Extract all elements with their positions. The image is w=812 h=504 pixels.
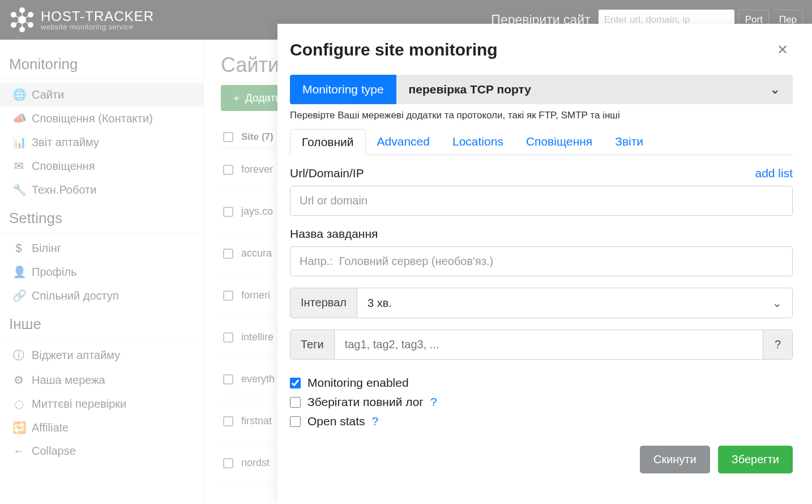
monitoring-type-value: перевірка TCP порту <box>409 83 531 96</box>
save-button[interactable]: Зберегти <box>718 446 793 473</box>
modal-tabs: Головний Advanced Locations Сповіщення З… <box>290 129 793 155</box>
tab-main[interactable]: Головний <box>290 129 366 155</box>
tags-help-button[interactable]: ? <box>763 330 793 360</box>
reset-button[interactable]: Скинути <box>640 446 710 473</box>
open-stats-label: Open stats <box>307 415 365 428</box>
full-log-checkbox[interactable] <box>290 397 301 408</box>
configure-monitoring-modal: Configure site monitoring ✕ Monitoring t… <box>277 24 812 504</box>
tags-input[interactable] <box>345 338 753 351</box>
tab-advanced[interactable]: Advanced <box>366 129 441 155</box>
monitoring-enabled-label: Monitoring enabled <box>307 376 409 390</box>
add-list-link[interactable]: add list <box>755 166 793 180</box>
tab-locations[interactable]: Locations <box>441 129 515 155</box>
full-log-label: Зберігати повний лог <box>307 395 424 409</box>
help-icon[interactable]: ? <box>430 395 437 409</box>
chevron-down-icon: ⌄ <box>772 296 782 310</box>
help-icon[interactable]: ? <box>372 415 379 428</box>
open-stats-checkbox[interactable] <box>290 416 301 427</box>
chevron-down-icon: ⌄ <box>770 83 780 96</box>
interval-value: 3 хв. <box>367 297 392 310</box>
interval-label: Інтервал <box>290 288 357 318</box>
url-field-label: Url/Domain/IP <box>290 166 364 180</box>
task-name-input[interactable] <box>290 246 793 276</box>
interval-select[interactable]: Інтервал 3 хв.⌄ <box>290 288 793 318</box>
tab-reports[interactable]: Звіти <box>604 129 655 155</box>
modal-title: Configure site monitoring <box>290 40 498 59</box>
monitoring-enabled-checkbox[interactable] <box>290 378 301 388</box>
url-input[interactable] <box>290 186 793 216</box>
tab-notifications[interactable]: Сповіщення <box>515 129 604 155</box>
monitoring-type-hint: Перевірте Ваші мережеві додатки та прото… <box>290 110 793 121</box>
close-icon[interactable]: ✕ <box>772 40 793 60</box>
task-name-label: Назва завдання <box>290 227 378 240</box>
monitoring-type-label: Monitoring type <box>290 75 396 104</box>
monitoring-type-selector[interactable]: Monitoring type перевірка TCP порту⌄ <box>290 75 793 104</box>
tags-label: Теги <box>290 330 334 360</box>
